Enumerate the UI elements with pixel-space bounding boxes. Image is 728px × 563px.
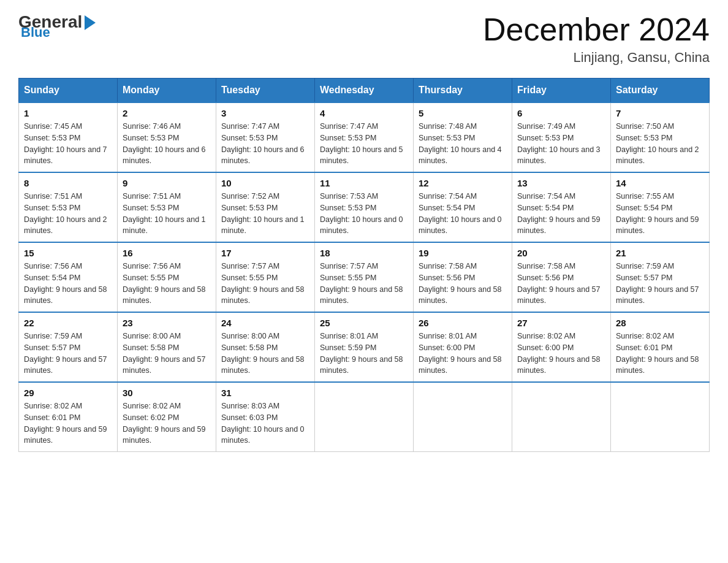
day-number: 21 bbox=[616, 248, 704, 258]
day-info: Sunrise: 7:56 AMSunset: 5:55 PMDaylight:… bbox=[123, 262, 206, 305]
day-number: 31 bbox=[221, 388, 309, 398]
day-number: 25 bbox=[320, 318, 408, 328]
day-number: 17 bbox=[221, 248, 309, 258]
day-info: Sunrise: 7:57 AMSunset: 5:55 PMDaylight:… bbox=[320, 262, 403, 305]
calendar-cell: 19 Sunrise: 7:58 AMSunset: 5:56 PMDaylig… bbox=[414, 242, 512, 312]
day-info: Sunrise: 7:46 AMSunset: 5:53 PMDaylight:… bbox=[123, 122, 206, 165]
day-info: Sunrise: 8:02 AMSunset: 6:02 PMDaylight:… bbox=[123, 402, 206, 445]
calendar-cell: 18 Sunrise: 7:57 AMSunset: 5:55 PMDaylig… bbox=[315, 242, 414, 312]
header-monday: Monday bbox=[118, 79, 216, 103]
day-number: 7 bbox=[616, 108, 704, 118]
day-info: Sunrise: 8:00 AMSunset: 5:58 PMDaylight:… bbox=[123, 332, 206, 375]
day-info: Sunrise: 7:51 AMSunset: 5:53 PMDaylight:… bbox=[123, 192, 206, 235]
day-number: 11 bbox=[320, 178, 408, 188]
day-number: 26 bbox=[419, 318, 507, 328]
day-number: 28 bbox=[616, 318, 704, 328]
calendar-cell: 10 Sunrise: 7:52 AMSunset: 5:53 PMDaylig… bbox=[216, 172, 315, 242]
month-title: December 2024 bbox=[483, 12, 710, 47]
calendar-cell: 9 Sunrise: 7:51 AMSunset: 5:53 PMDayligh… bbox=[118, 172, 216, 242]
week-row-2: 8 Sunrise: 7:51 AMSunset: 5:53 PMDayligh… bbox=[19, 172, 710, 242]
day-number: 29 bbox=[24, 388, 112, 398]
day-info: Sunrise: 8:02 AMSunset: 6:01 PMDaylight:… bbox=[616, 332, 699, 375]
day-number: 14 bbox=[616, 178, 704, 188]
week-row-1: 1 Sunrise: 7:45 AMSunset: 5:53 PMDayligh… bbox=[19, 102, 710, 172]
day-info: Sunrise: 7:45 AMSunset: 5:53 PMDaylight:… bbox=[24, 122, 107, 165]
calendar-cell: 12 Sunrise: 7:54 AMSunset: 5:54 PMDaylig… bbox=[414, 172, 512, 242]
calendar-cell bbox=[512, 382, 611, 452]
week-row-5: 29 Sunrise: 8:02 AMSunset: 6:01 PMDaylig… bbox=[19, 382, 710, 452]
calendar-table: Sunday Monday Tuesday Wednesday Thursday… bbox=[18, 78, 710, 452]
day-number: 6 bbox=[517, 108, 605, 118]
calendar-cell: 16 Sunrise: 7:56 AMSunset: 5:55 PMDaylig… bbox=[118, 242, 216, 312]
calendar-cell: 11 Sunrise: 7:53 AMSunset: 5:53 PMDaylig… bbox=[315, 172, 414, 242]
calendar-cell: 4 Sunrise: 7:47 AMSunset: 5:53 PMDayligh… bbox=[315, 102, 414, 172]
day-info: Sunrise: 8:03 AMSunset: 6:03 PMDaylight:… bbox=[221, 402, 305, 445]
day-info: Sunrise: 7:59 AMSunset: 5:57 PMDaylight:… bbox=[616, 262, 699, 305]
day-info: Sunrise: 7:54 AMSunset: 5:54 PMDaylight:… bbox=[419, 192, 502, 235]
weekday-header-row: Sunday Monday Tuesday Wednesday Thursday… bbox=[19, 79, 710, 103]
day-number: 12 bbox=[419, 178, 507, 188]
logo-triangle-icon bbox=[85, 15, 96, 30]
day-number: 18 bbox=[320, 248, 408, 258]
header-wednesday: Wednesday bbox=[315, 79, 414, 103]
day-info: Sunrise: 8:01 AMSunset: 5:59 PMDaylight:… bbox=[320, 332, 403, 375]
day-info: Sunrise: 7:51 AMSunset: 5:53 PMDaylight:… bbox=[24, 192, 107, 235]
day-number: 22 bbox=[24, 318, 112, 328]
page-header: General Blue December 2024 Linjiang, Gan… bbox=[18, 12, 710, 66]
day-info: Sunrise: 8:01 AMSunset: 6:00 PMDaylight:… bbox=[419, 332, 502, 375]
day-info: Sunrise: 7:58 AMSunset: 5:56 PMDaylight:… bbox=[517, 262, 601, 305]
calendar-cell: 23 Sunrise: 8:00 AMSunset: 5:58 PMDaylig… bbox=[118, 312, 216, 382]
day-number: 16 bbox=[123, 248, 211, 258]
calendar-cell: 5 Sunrise: 7:48 AMSunset: 5:53 PMDayligh… bbox=[414, 102, 512, 172]
week-row-3: 15 Sunrise: 7:56 AMSunset: 5:54 PMDaylig… bbox=[19, 242, 710, 312]
calendar-cell: 28 Sunrise: 8:02 AMSunset: 6:01 PMDaylig… bbox=[611, 312, 710, 382]
calendar-cell: 15 Sunrise: 7:56 AMSunset: 5:54 PMDaylig… bbox=[19, 242, 118, 312]
calendar-cell: 17 Sunrise: 7:57 AMSunset: 5:55 PMDaylig… bbox=[216, 242, 315, 312]
calendar-cell: 8 Sunrise: 7:51 AMSunset: 5:53 PMDayligh… bbox=[19, 172, 118, 242]
day-number: 2 bbox=[123, 108, 211, 118]
day-info: Sunrise: 7:47 AMSunset: 5:53 PMDaylight:… bbox=[320, 122, 403, 165]
header-saturday: Saturday bbox=[611, 79, 710, 103]
day-number: 10 bbox=[221, 178, 309, 188]
calendar-cell: 20 Sunrise: 7:58 AMSunset: 5:56 PMDaylig… bbox=[512, 242, 611, 312]
calendar-cell: 27 Sunrise: 8:02 AMSunset: 6:00 PMDaylig… bbox=[512, 312, 611, 382]
calendar-cell: 30 Sunrise: 8:02 AMSunset: 6:02 PMDaylig… bbox=[118, 382, 216, 452]
header-friday: Friday bbox=[512, 79, 611, 103]
calendar-cell bbox=[414, 382, 512, 452]
calendar-cell: 24 Sunrise: 8:00 AMSunset: 5:58 PMDaylig… bbox=[216, 312, 315, 382]
header-thursday: Thursday bbox=[414, 79, 512, 103]
calendar-cell: 21 Sunrise: 7:59 AMSunset: 5:57 PMDaylig… bbox=[611, 242, 710, 312]
day-number: 1 bbox=[24, 108, 112, 118]
day-number: 20 bbox=[517, 248, 605, 258]
calendar-cell: 2 Sunrise: 7:46 AMSunset: 5:53 PMDayligh… bbox=[118, 102, 216, 172]
calendar-cell: 6 Sunrise: 7:49 AMSunset: 5:53 PMDayligh… bbox=[512, 102, 611, 172]
day-number: 9 bbox=[123, 178, 211, 188]
calendar-cell: 7 Sunrise: 7:50 AMSunset: 5:53 PMDayligh… bbox=[611, 102, 710, 172]
day-number: 4 bbox=[320, 108, 408, 118]
calendar-cell: 3 Sunrise: 7:47 AMSunset: 5:53 PMDayligh… bbox=[216, 102, 315, 172]
day-number: 3 bbox=[221, 108, 309, 118]
day-info: Sunrise: 7:58 AMSunset: 5:56 PMDaylight:… bbox=[419, 262, 502, 305]
calendar-cell bbox=[611, 382, 710, 452]
day-info: Sunrise: 8:02 AMSunset: 6:00 PMDaylight:… bbox=[517, 332, 601, 375]
calendar-cell: 25 Sunrise: 8:01 AMSunset: 5:59 PMDaylig… bbox=[315, 312, 414, 382]
day-info: Sunrise: 7:50 AMSunset: 5:53 PMDaylight:… bbox=[616, 122, 699, 165]
day-info: Sunrise: 8:02 AMSunset: 6:01 PMDaylight:… bbox=[24, 402, 107, 445]
day-number: 13 bbox=[517, 178, 605, 188]
calendar-cell: 29 Sunrise: 8:02 AMSunset: 6:01 PMDaylig… bbox=[19, 382, 118, 452]
calendar-cell: 26 Sunrise: 8:01 AMSunset: 6:00 PMDaylig… bbox=[414, 312, 512, 382]
day-info: Sunrise: 7:54 AMSunset: 5:54 PMDaylight:… bbox=[517, 192, 601, 235]
day-info: Sunrise: 7:53 AMSunset: 5:53 PMDaylight:… bbox=[320, 192, 403, 235]
day-info: Sunrise: 7:47 AMSunset: 5:53 PMDaylight:… bbox=[221, 122, 305, 165]
day-info: Sunrise: 7:59 AMSunset: 5:57 PMDaylight:… bbox=[24, 332, 107, 375]
calendar-cell: 31 Sunrise: 8:03 AMSunset: 6:03 PMDaylig… bbox=[216, 382, 315, 452]
day-number: 15 bbox=[24, 248, 112, 258]
day-number: 19 bbox=[419, 248, 507, 258]
day-number: 30 bbox=[123, 388, 211, 398]
header-tuesday: Tuesday bbox=[216, 79, 315, 103]
day-info: Sunrise: 7:55 AMSunset: 5:54 PMDaylight:… bbox=[616, 192, 699, 235]
calendar-cell bbox=[315, 382, 414, 452]
calendar-cell: 14 Sunrise: 7:55 AMSunset: 5:54 PMDaylig… bbox=[611, 172, 710, 242]
day-number: 24 bbox=[221, 318, 309, 328]
day-info: Sunrise: 7:52 AMSunset: 5:53 PMDaylight:… bbox=[221, 192, 305, 235]
